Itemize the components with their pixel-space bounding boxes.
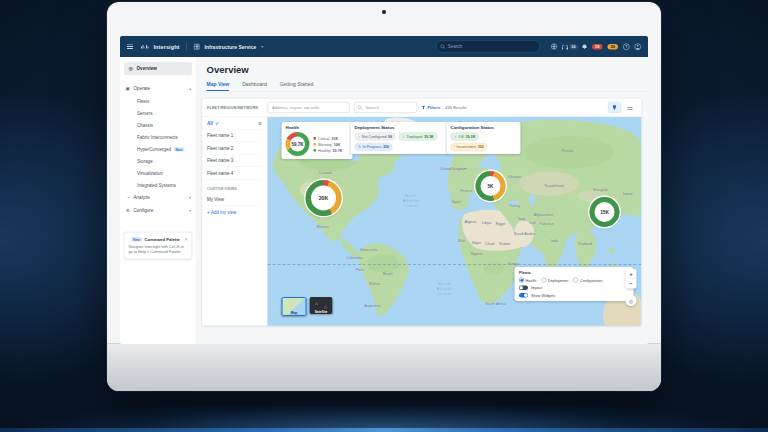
map-label: Chad [485,242,494,247]
brand-name[interactable]: Intersight [153,44,179,50]
help-icon[interactable]: ? [623,43,630,50]
add-view-label: + Add my view [207,210,236,215]
gear-icon[interactable]: ⚙ [258,121,262,126]
custom-views-header: CUSTOM VIEWS [202,180,267,194]
map-label: Saudi Arabia [514,232,536,237]
fleet-label: Fleet name 2 [207,146,233,151]
globe-icon[interactable] [551,44,557,50]
sidebar-item-fabric-interconnects[interactable]: Fabric Interconnects [120,131,196,143]
show-widgets-toggle-row: Show Widgets [519,293,629,298]
thumb-label: Map [283,311,306,315]
zoom-out-button[interactable]: − [626,279,637,289]
chevron-up-icon: ▴ [189,86,191,91]
zoom-in-button[interactable]: + [626,269,637,279]
filters-button[interactable]: Filters [422,105,441,110]
map-label: Pakistan [539,222,554,227]
sidebar-item-fleets[interactable]: Fleets [120,95,196,107]
sidebar-label: Fabric Interconnects [137,135,178,140]
map-label: Turkey [509,204,520,209]
pill-ok[interactable]: ✓OK39.3K [451,133,479,141]
thumb-label: Satellite [310,310,333,314]
compass-icon: ◎ [629,298,633,304]
radio-icon [541,278,546,283]
table-view-button[interactable] [624,102,637,113]
tab-getting-started[interactable]: Getting Started [280,81,314,91]
satellite-style-button[interactable]: Satellite [310,297,333,314]
fleet-label: Fleet name 3 [207,158,233,163]
map-label: Mongolia [593,188,608,193]
critical-alarms-badge[interactable]: 19 [592,44,602,50]
warning-alarms-badge[interactable]: 30 [608,44,618,50]
sidebar-item-storage[interactable]: Storage [120,155,196,167]
marker-value: 5K [481,176,501,196]
fleet-label: Fleet name 1 [207,133,233,138]
close-icon[interactable]: × [185,237,188,242]
pill-inconsistent[interactable]: !Inconsistent300 [451,143,488,151]
tab-dashboard[interactable]: Dashboard [242,81,266,91]
sidebar-label: Chassis [137,123,153,128]
impact-toggle-row: Impact [519,286,629,291]
map-settings-button[interactable]: ◎ [626,295,637,306]
sidebar-label: Integrated Systems [137,183,176,188]
tab-map-view[interactable]: Map View [207,81,230,91]
fleet-label: All [207,121,213,126]
pill-not-configured[interactable]: ○Not Configured96 [355,133,396,141]
fleet-search-input[interactable] [365,105,414,111]
map-pin-icon [613,105,617,110]
global-search[interactable]: Search [436,41,540,53]
sidebar-item-integrated-systems[interactable]: Integrated Systems [120,179,196,191]
cisco-logo-icon[interactable] [141,45,148,49]
bell-icon[interactable] [583,44,588,49]
widget-title: Health [286,125,349,130]
address-input[interactable] [271,105,346,111]
user-avatar[interactable] [635,43,642,50]
main-content: Overview Map View Dashboard Getting Star… [197,57,649,344]
service-switcher[interactable]: Infrastructure Service [205,44,257,50]
health-donut[interactable]: 59.7K [286,132,310,156]
pill-in-progress[interactable]: ↻In Progress300 [355,143,393,151]
menu-icon[interactable] [127,44,133,49]
map-view-button[interactable] [608,102,621,113]
my-view-item[interactable]: My View [202,194,267,207]
fleet-item[interactable]: Fleet name 1 [202,130,267,143]
sidebar-item-overview[interactable]: ◎ Overview [124,62,192,75]
sidebar-item-hyperconverged[interactable]: HyperConverged New [120,143,196,155]
headset-icon [562,45,568,49]
map-label: Brazil [383,272,393,277]
not-configured-icon: ○ [358,135,360,139]
pill-deployed[interactable]: ✓Deployed39.3K [399,133,438,141]
sidebar-section-configure[interactable]: ⚙ Configure ▾ [120,204,196,217]
sidebar-section-operate[interactable]: ▣ Operate ▴ [120,82,196,95]
basemap-switcher: Map Satellite [282,297,333,316]
map-style-button[interactable]: Map [282,297,307,316]
filter-icon [422,106,426,110]
cluster-marker-americas[interactable]: 20K [306,180,342,216]
cluster-marker-europe[interactable]: 5K [476,171,506,201]
show-widgets-toggle[interactable] [519,293,528,298]
fleet-item[interactable]: Fleet name 2 [202,142,267,155]
sidebar-label: Overview [137,66,157,71]
cluster-marker-asia[interactable]: 15K [590,197,620,227]
chevron-down-icon[interactable]: ▾ [261,44,263,49]
add-view-button[interactable]: + Add my view [202,206,267,218]
sidebar-item-servers[interactable]: Servers [120,107,196,119]
fleet-item[interactable]: Fleet name 3 [202,155,267,168]
sidebar-item-virtualization[interactable]: Virtualization [120,167,196,179]
radio-deployment[interactable]: Deployment [541,278,568,283]
impact-toggle[interactable] [519,286,528,291]
support-menu[interactable]: 36 [562,44,578,50]
radio-configuration[interactable]: Configuration [573,278,602,283]
map-label: Colombia [346,256,362,261]
sidebar-section-analyze[interactable]: ◔ Analyze ▾ [120,191,196,204]
map-label: United Kingdom [440,167,467,172]
tab-bar: Map View Dashboard Getting Started [197,75,649,92]
fleet-item-all[interactable]: All ✓ ⚙ [202,117,267,130]
group-by-label[interactable]: FLEET/REGION/NETWORK [207,105,263,110]
map-label: Venezuela [360,248,378,253]
world-map[interactable]: GreenlandCanadaMexicoVenezuelaColombiaPe… [268,117,642,326]
sidebar-item-chassis[interactable]: Chassis [120,119,196,131]
fleet-item[interactable]: Fleet name 4 [202,167,267,180]
radio-health[interactable]: Health [519,278,536,283]
marker-value: 15K [595,202,615,222]
map-label: India [550,239,558,244]
